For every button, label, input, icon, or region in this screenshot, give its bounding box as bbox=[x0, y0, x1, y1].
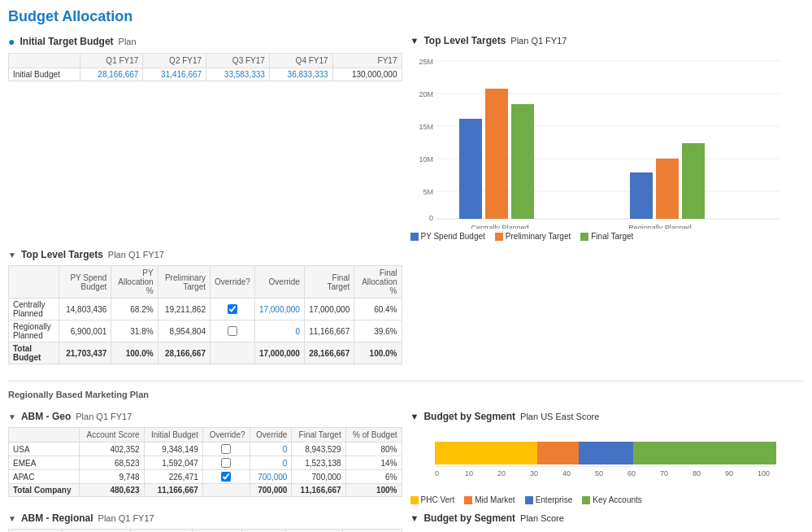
bsgrp-subtitle: Plan Score bbox=[520, 513, 564, 523]
q3-val: 33,583,333 bbox=[206, 68, 270, 81]
cp-final-bar bbox=[511, 104, 534, 219]
col-header-q1: Q1 FY17 bbox=[80, 54, 143, 68]
tl-h0 bbox=[9, 266, 59, 299]
legend-enterprise-label: Enterprise bbox=[536, 495, 573, 504]
legend-keyaccounts-label: Key Accounts bbox=[593, 495, 642, 504]
col-header-q2: Q2 FY17 bbox=[143, 54, 206, 68]
chart-toggle[interactable]: ▼ bbox=[410, 36, 419, 46]
svg-text:5M: 5M bbox=[423, 188, 433, 196]
bsgrp-toggle[interactable]: ▼ bbox=[410, 513, 419, 523]
svg-text:90: 90 bbox=[725, 469, 733, 477]
hbar-keyaccounts bbox=[633, 442, 776, 464]
legend-final-dot bbox=[580, 233, 588, 241]
tl-h5: Override bbox=[254, 266, 304, 299]
svg-text:0: 0 bbox=[428, 214, 432, 222]
svg-text:25M: 25M bbox=[419, 58, 433, 66]
geo-emea: EMEA 68,523 1,592,047 0 1,523,138 14% bbox=[9, 456, 402, 470]
budget-segment-grouped-section: ▼ Budget by Segment Plan Score 100k 50k … bbox=[410, 512, 805, 532]
tl-subtitle: Plan Q1 FY17 bbox=[108, 250, 164, 259]
hbar-phcvert bbox=[435, 442, 537, 464]
geo-usa-check[interactable] bbox=[221, 444, 231, 454]
regional-toggle[interactable]: ▼ bbox=[8, 514, 16, 523]
budget-segment-bar-section: ▼ Budget by Segment Plan US East Score 0… bbox=[410, 411, 805, 504]
geo-apac-check[interactable] bbox=[221, 472, 231, 482]
fy-val: 130,000,000 bbox=[332, 68, 402, 81]
initial-target-section: ● Initial Target Budget Plan Q1 FY17 Q2 … bbox=[8, 35, 402, 241]
chart-subtitle: Plan Q1 FY17 bbox=[510, 36, 567, 46]
cp-override-check[interactable] bbox=[228, 304, 237, 314]
tl-toggle[interactable]: ▼ bbox=[8, 251, 16, 259]
legend-midmarket-dot bbox=[464, 496, 472, 504]
bsgrp-title: Budget by Segment bbox=[423, 512, 515, 524]
top-level-bar-chart: 25M 20M 15M 10M 5M 0 bbox=[410, 50, 805, 241]
rp-py-bar bbox=[630, 172, 653, 219]
geo-apac: APAC 9,748 226,471 700,000 700,000 6% bbox=[9, 470, 402, 484]
regional-label2: ABM - Regional bbox=[21, 512, 93, 524]
bsbar-subtitle: Plan US East Score bbox=[520, 412, 599, 421]
geo-usa: USA 402,352 9,348,149 0 8,943,529 80% bbox=[9, 443, 402, 456]
hbar-legend: PHC Vert Mid Market Enterprise Key Accou… bbox=[410, 495, 805, 504]
regional-section-header: Regionally Based Marketing Plan bbox=[8, 373, 804, 403]
tl-row-rp: Regionally Planned 6,900,001 31.8% 8,954… bbox=[9, 321, 402, 342]
svg-text:30: 30 bbox=[530, 469, 538, 477]
legend-py-label: PY Spend Budget bbox=[421, 232, 485, 241]
svg-text:Centrally Planned: Centrally Planned bbox=[471, 224, 528, 229]
col-header-fy: FY17 bbox=[332, 54, 402, 68]
top-level-table: PY Spend Budget PY Allocation % Prelimin… bbox=[8, 265, 402, 364]
tl-row-cp: Centrally Planned 14,803,436 68.2% 19,21… bbox=[9, 299, 402, 321]
legend-phcvert: PHC Vert bbox=[410, 495, 455, 504]
top-level-chart-section: ▼ Top Level Targets Plan Q1 FY17 25M 20M… bbox=[410, 35, 805, 241]
svg-text:10M: 10M bbox=[419, 155, 433, 164]
geo-label: ABM - Geo bbox=[21, 411, 71, 422]
initial-target-bullet: ● bbox=[8, 35, 15, 48]
svg-text:0: 0 bbox=[435, 469, 439, 477]
legend-phcvert-label: PHC Vert bbox=[421, 495, 455, 504]
geo-subtitle: Plan Q1 FY17 bbox=[76, 412, 132, 421]
regional-label: Regionally Based Marketing Plan bbox=[8, 390, 804, 399]
regional-subtitle: Plan Q1 FY17 bbox=[98, 513, 154, 523]
tl-label: Top Level Targets bbox=[21, 249, 103, 260]
top-level-svg: 25M 20M 15M 10M 5M 0 bbox=[410, 50, 784, 229]
legend-final-label: Final Target bbox=[591, 232, 633, 241]
geo-toggle[interactable]: ▼ bbox=[8, 412, 16, 421]
tl-h7: Final Allocation % bbox=[354, 266, 402, 299]
hbar-enterprise bbox=[579, 442, 633, 464]
initial-target-label: Initial Target Budget bbox=[20, 36, 113, 47]
legend-keyaccounts: Key Accounts bbox=[582, 495, 642, 504]
grouped-bar-chart: 100k 50k 0 bbox=[410, 527, 805, 532]
top-level-chart-legend: PY Spend Budget Preliminary Target Final… bbox=[410, 232, 805, 241]
abm-geo-table: Account Score Initial Budget Override? O… bbox=[8, 427, 402, 497]
tl-h6: Final Target bbox=[304, 266, 354, 299]
tl-h4: Override? bbox=[210, 266, 254, 299]
geo-emea-check[interactable] bbox=[221, 458, 231, 468]
initial-target-table: Q1 FY17 Q2 FY17 Q3 FY17 Q4 FY17 FY17 Ini… bbox=[8, 53, 402, 81]
abm-regional-table: Account Score Initial Budget Override? O… bbox=[8, 529, 402, 532]
hbar-svg: 0 10 20 30 40 50 60 70 80 90 100 bbox=[410, 425, 784, 491]
cp-prelim-bar bbox=[485, 89, 508, 219]
svg-text:20M: 20M bbox=[419, 90, 433, 98]
bsbar-toggle[interactable]: ▼ bbox=[410, 412, 419, 421]
tl-h1: PY Spend Budget bbox=[59, 266, 111, 299]
svg-text:70: 70 bbox=[660, 469, 668, 477]
svg-text:100: 100 bbox=[758, 469, 770, 477]
svg-text:20: 20 bbox=[497, 469, 506, 477]
top-level-table-section: ▼ Top Level Targets Plan Q1 FY17 PY Spen… bbox=[8, 249, 402, 364]
legend-midmarket: Mid Market bbox=[464, 495, 515, 504]
page-title: Budget Allocation bbox=[8, 8, 804, 25]
row-label: Initial Budget bbox=[9, 68, 80, 81]
tl-h2: PY Allocation % bbox=[111, 266, 158, 299]
cp-py-bar bbox=[459, 119, 482, 219]
initial-target-subtitle: Plan bbox=[119, 37, 137, 46]
rp-override-check[interactable] bbox=[228, 326, 237, 336]
svg-text:10: 10 bbox=[465, 469, 473, 477]
legend-enterprise: Enterprise bbox=[525, 495, 573, 504]
abm-geo-section: ▼ ABM - Geo Plan Q1 FY17 Account Score I… bbox=[8, 411, 402, 504]
top-right-spacer bbox=[410, 249, 805, 364]
abm-regional-section: ▼ ABM - Regional Plan Q1 FY17 Account Sc… bbox=[8, 512, 402, 532]
rp-prelim-bar bbox=[656, 159, 679, 219]
legend-prelim-label: Preliminary Target bbox=[506, 232, 571, 241]
q2-val: 31,416,667 bbox=[143, 68, 206, 81]
legend-keyaccounts-dot bbox=[582, 496, 590, 504]
svg-text:Regionally Planned: Regionally Planned bbox=[628, 224, 692, 229]
q1-val: 28,166,667 bbox=[80, 68, 143, 81]
